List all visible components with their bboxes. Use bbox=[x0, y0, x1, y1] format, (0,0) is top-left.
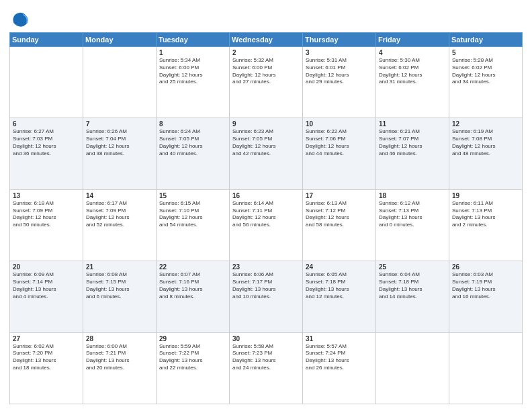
calendar-week-row: 1Sunrise: 5:34 AM Sunset: 6:00 PM Daylig… bbox=[10, 47, 523, 118]
cell-details: Sunrise: 6:27 AM Sunset: 7:03 PM Dayligh… bbox=[13, 128, 80, 157]
calendar-week-row: 13Sunrise: 6:18 AM Sunset: 7:09 PM Dayli… bbox=[10, 189, 523, 261]
calendar-cell: 3Sunrise: 5:31 AM Sunset: 6:01 PM Daylig… bbox=[303, 47, 376, 118]
cell-details: Sunrise: 6:08 AM Sunset: 7:15 PM Dayligh… bbox=[86, 271, 153, 300]
day-number: 23 bbox=[232, 263, 300, 271]
day-number: 29 bbox=[159, 335, 226, 342]
calendar-cell: 21Sunrise: 6:08 AM Sunset: 7:15 PM Dayli… bbox=[83, 261, 157, 332]
calendar-cell: 19Sunrise: 6:11 AM Sunset: 7:13 PM Dayli… bbox=[449, 189, 523, 261]
cell-details: Sunrise: 6:11 AM Sunset: 7:13 PM Dayligh… bbox=[452, 200, 519, 229]
day-number: 1 bbox=[159, 49, 226, 56]
col-header-tuesday: Tuesday bbox=[157, 33, 230, 47]
cell-details: Sunrise: 6:09 AM Sunset: 7:14 PM Dayligh… bbox=[13, 271, 80, 300]
calendar-cell: 28Sunrise: 6:00 AM Sunset: 7:21 PM Dayli… bbox=[83, 332, 157, 404]
calendar-cell: 25Sunrise: 6:04 AM Sunset: 7:18 PM Dayli… bbox=[376, 261, 449, 332]
calendar-cell: 2Sunrise: 5:32 AM Sunset: 6:00 PM Daylig… bbox=[230, 47, 303, 118]
calendar-cell: 16Sunrise: 6:14 AM Sunset: 7:11 PM Dayli… bbox=[230, 189, 303, 261]
calendar-cell: 6Sunrise: 6:27 AM Sunset: 7:03 PM Daylig… bbox=[10, 118, 83, 189]
day-number: 5 bbox=[452, 49, 519, 56]
calendar-cell: 24Sunrise: 6:05 AM Sunset: 7:18 PM Dayli… bbox=[303, 261, 376, 332]
cell-details: Sunrise: 6:07 AM Sunset: 7:16 PM Dayligh… bbox=[159, 271, 226, 300]
cell-details: Sunrise: 5:28 AM Sunset: 6:02 PM Dayligh… bbox=[452, 57, 519, 86]
day-number: 18 bbox=[379, 192, 446, 199]
day-number: 10 bbox=[306, 120, 373, 128]
cell-details: Sunrise: 6:03 AM Sunset: 7:19 PM Dayligh… bbox=[452, 271, 519, 300]
day-number: 12 bbox=[452, 120, 519, 128]
day-number: 25 bbox=[379, 263, 446, 271]
day-number: 2 bbox=[232, 49, 300, 56]
day-number: 13 bbox=[13, 192, 80, 199]
cell-details: Sunrise: 5:32 AM Sunset: 6:00 PM Dayligh… bbox=[232, 57, 300, 86]
calendar-cell: 9Sunrise: 6:23 AM Sunset: 7:05 PM Daylig… bbox=[230, 118, 303, 189]
logo bbox=[9, 9, 30, 28]
calendar-cell: 12Sunrise: 6:19 AM Sunset: 7:08 PM Dayli… bbox=[449, 118, 523, 189]
col-header-sunday: Sunday bbox=[10, 33, 83, 47]
day-number: 14 bbox=[86, 192, 153, 199]
calendar-week-row: 6Sunrise: 6:27 AM Sunset: 7:03 PM Daylig… bbox=[10, 118, 523, 189]
calendar-cell: 27Sunrise: 6:02 AM Sunset: 7:20 PM Dayli… bbox=[10, 332, 83, 404]
cell-details: Sunrise: 6:22 AM Sunset: 7:06 PM Dayligh… bbox=[306, 128, 373, 157]
day-number: 3 bbox=[306, 49, 373, 56]
calendar-cell: 22Sunrise: 6:07 AM Sunset: 7:16 PM Dayli… bbox=[157, 261, 230, 332]
calendar-cell: 5Sunrise: 5:28 AM Sunset: 6:02 PM Daylig… bbox=[449, 47, 523, 118]
cell-details: Sunrise: 6:26 AM Sunset: 7:04 PM Dayligh… bbox=[86, 128, 153, 157]
day-number: 7 bbox=[86, 120, 153, 128]
page-header bbox=[9, 7, 523, 28]
calendar-cell bbox=[376, 332, 449, 404]
cell-details: Sunrise: 5:57 AM Sunset: 7:24 PM Dayligh… bbox=[306, 343, 373, 372]
day-number: 22 bbox=[159, 263, 226, 271]
day-number: 11 bbox=[379, 120, 446, 128]
calendar-table: SundayMondayTuesdayWednesdayThursdayFrid… bbox=[9, 32, 523, 404]
cell-details: Sunrise: 6:17 AM Sunset: 7:09 PM Dayligh… bbox=[86, 200, 153, 229]
cell-details: Sunrise: 6:00 AM Sunset: 7:21 PM Dayligh… bbox=[86, 343, 153, 372]
cell-details: Sunrise: 5:31 AM Sunset: 6:01 PM Dayligh… bbox=[306, 57, 373, 86]
col-header-thursday: Thursday bbox=[303, 33, 376, 47]
cell-details: Sunrise: 6:02 AM Sunset: 7:20 PM Dayligh… bbox=[13, 343, 80, 372]
col-header-monday: Monday bbox=[83, 33, 157, 47]
cell-details: Sunrise: 6:23 AM Sunset: 7:05 PM Dayligh… bbox=[232, 128, 300, 157]
calendar-cell bbox=[83, 47, 157, 118]
cell-details: Sunrise: 6:18 AM Sunset: 7:09 PM Dayligh… bbox=[13, 200, 80, 229]
day-number: 15 bbox=[159, 192, 226, 199]
calendar-cell: 26Sunrise: 6:03 AM Sunset: 7:19 PM Dayli… bbox=[449, 261, 523, 332]
calendar-cell: 23Sunrise: 6:06 AM Sunset: 7:17 PM Dayli… bbox=[230, 261, 303, 332]
calendar-week-row: 27Sunrise: 6:02 AM Sunset: 7:20 PM Dayli… bbox=[10, 332, 523, 404]
cell-details: Sunrise: 6:14 AM Sunset: 7:11 PM Dayligh… bbox=[232, 200, 300, 229]
cell-details: Sunrise: 6:15 AM Sunset: 7:10 PM Dayligh… bbox=[159, 200, 226, 229]
col-header-friday: Friday bbox=[376, 33, 449, 47]
cell-details: Sunrise: 6:12 AM Sunset: 7:13 PM Dayligh… bbox=[379, 200, 446, 229]
calendar-cell: 13Sunrise: 6:18 AM Sunset: 7:09 PM Dayli… bbox=[10, 189, 83, 261]
day-number: 20 bbox=[13, 263, 80, 271]
calendar-cell: 14Sunrise: 6:17 AM Sunset: 7:09 PM Dayli… bbox=[83, 189, 157, 261]
logo-icon bbox=[11, 9, 30, 28]
calendar-cell: 15Sunrise: 6:15 AM Sunset: 7:10 PM Dayli… bbox=[157, 189, 230, 261]
calendar-cell: 7Sunrise: 6:26 AM Sunset: 7:04 PM Daylig… bbox=[83, 118, 157, 189]
cell-details: Sunrise: 5:30 AM Sunset: 6:02 PM Dayligh… bbox=[379, 57, 446, 86]
col-header-saturday: Saturday bbox=[449, 33, 523, 47]
calendar-cell: 8Sunrise: 6:24 AM Sunset: 7:05 PM Daylig… bbox=[157, 118, 230, 189]
calendar-cell: 20Sunrise: 6:09 AM Sunset: 7:14 PM Dayli… bbox=[10, 261, 83, 332]
calendar-cell: 18Sunrise: 6:12 AM Sunset: 7:13 PM Dayli… bbox=[376, 189, 449, 261]
day-number: 31 bbox=[306, 335, 373, 342]
cell-details: Sunrise: 5:59 AM Sunset: 7:22 PM Dayligh… bbox=[159, 343, 226, 372]
cell-details: Sunrise: 6:04 AM Sunset: 7:18 PM Dayligh… bbox=[379, 271, 446, 300]
calendar-cell: 17Sunrise: 6:13 AM Sunset: 7:12 PM Dayli… bbox=[303, 189, 376, 261]
calendar-week-row: 20Sunrise: 6:09 AM Sunset: 7:14 PM Dayli… bbox=[10, 261, 523, 332]
cell-details: Sunrise: 6:24 AM Sunset: 7:05 PM Dayligh… bbox=[159, 128, 226, 157]
day-number: 30 bbox=[232, 335, 300, 342]
calendar-cell: 11Sunrise: 6:21 AM Sunset: 7:07 PM Dayli… bbox=[376, 118, 449, 189]
day-number: 17 bbox=[306, 192, 373, 199]
cell-details: Sunrise: 6:19 AM Sunset: 7:08 PM Dayligh… bbox=[452, 128, 519, 157]
cell-details: Sunrise: 6:06 AM Sunset: 7:17 PM Dayligh… bbox=[232, 271, 300, 300]
cell-details: Sunrise: 6:21 AM Sunset: 7:07 PM Dayligh… bbox=[379, 128, 446, 157]
day-number: 19 bbox=[452, 192, 519, 199]
calendar-cell: 29Sunrise: 5:59 AM Sunset: 7:22 PM Dayli… bbox=[157, 332, 230, 404]
calendar-cell bbox=[10, 47, 83, 118]
day-number: 26 bbox=[452, 263, 519, 271]
cell-details: Sunrise: 6:05 AM Sunset: 7:18 PM Dayligh… bbox=[306, 271, 373, 300]
day-number: 21 bbox=[86, 263, 153, 271]
cell-details: Sunrise: 6:13 AM Sunset: 7:12 PM Dayligh… bbox=[306, 200, 373, 229]
day-number: 4 bbox=[379, 49, 446, 56]
calendar-cell: 4Sunrise: 5:30 AM Sunset: 6:02 PM Daylig… bbox=[376, 47, 449, 118]
day-number: 28 bbox=[86, 335, 153, 342]
day-number: 8 bbox=[159, 120, 226, 128]
